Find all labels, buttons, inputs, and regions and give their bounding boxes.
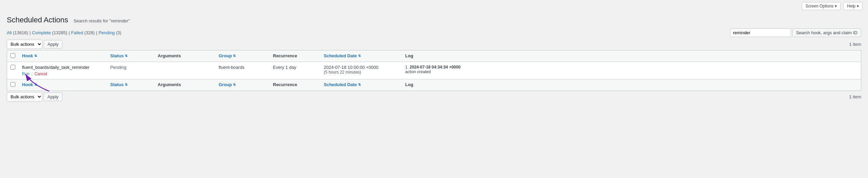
search-results-label: Search results for "reminder" [74,18,130,23]
sep-2: | [68,30,70,35]
scheduled-date-sort-link-bottom[interactable]: Scheduled Date ⇅ [324,82,361,87]
run-link[interactable]: Run [22,72,29,76]
group-sort-link-bottom[interactable]: Group ⇅ [219,82,236,87]
filter-complete[interactable]: Complete (13285) [32,30,67,35]
row-checkbox[interactable] [11,65,15,70]
log-date: 2024-07-18 04:34:34 +0000 [410,65,460,70]
filters-row: All (13616) | Complete (13285) | Failed … [7,28,861,37]
status-sort-icon: ⇅ [125,54,127,58]
hook-name: fluent_boards/daily_task_reminder [22,65,90,70]
status-value: Pending [110,65,126,70]
filter-all[interactable]: All (13616) [7,30,28,35]
log-entry: 1. 2024-07-18 04:34:34 +0000 action crea… [405,65,857,74]
th-check [7,51,19,62]
row-arguments [154,62,215,79]
row-hook: fluent_boards/daily_task_reminder Run | … [19,62,107,79]
recurrence-value: Every 1 day [273,65,296,70]
row-group: fluent-boards [215,62,270,79]
page-title: Scheduled Actions [7,16,68,24]
hook-sort-link-bottom[interactable]: Hook ⇅ [22,82,37,87]
page-container: Scheduled Actions Search results for "re… [0,12,868,108]
row-status: Pending [107,62,154,79]
th-scheduled-date: Scheduled Date ⇅ [320,51,402,62]
bottom-apply-button[interactable]: Apply [44,93,62,101]
table-header-row: Hook ⇅ Status ⇅ Arguments Group [7,51,861,62]
th-group: Group ⇅ [215,51,270,62]
hook-sort-link[interactable]: Hook ⇅ [22,53,37,58]
th-hook-bottom: Hook ⇅ [19,79,107,91]
th-scheduled-date-bottom: Scheduled Date ⇅ [320,79,402,91]
th-status: Status ⇅ [107,51,154,62]
help-button[interactable]: Help ▾ [843,2,863,10]
th-recurrence: Recurrence [270,51,320,62]
top-apply-button[interactable]: Apply [44,40,62,48]
top-bulk-select[interactable]: Bulk actions [7,40,42,49]
top-bulk-left: Bulk actions Apply [7,40,62,49]
row-scheduled-date: 2024-07-18 10:00:00 +0000 (5 hours 22 mi… [320,62,402,79]
th-hook: Hook ⇅ [19,51,107,62]
group-value: fluent-boards [219,65,244,70]
page-header: Scheduled Actions Search results for "re… [7,16,861,24]
search-box: Search hook, args and claim ID [730,28,861,37]
scheduled-date-sort-link[interactable]: Scheduled Date ⇅ [324,53,361,58]
group-sort-icon: ⇅ [233,54,236,58]
row-recurrence: Every 1 day [270,62,320,79]
group-sort-icon-bottom: ⇅ [233,83,236,86]
th-arguments-bottom: Arguments [154,79,215,91]
search-button[interactable]: Search hook, args and claim ID [792,28,861,37]
screen-options-arrow-icon: ▾ [835,4,837,8]
th-log-bottom: Log [402,79,861,91]
scheduled-date-main: 2024-07-18 10:00:00 +0000 [324,65,398,70]
scheduled-date-sort-icon: ⇅ [358,54,361,58]
th-arguments: Arguments [154,51,215,62]
th-check-bottom [7,79,19,91]
top-bar: Screen Options ▾ Help ▾ [0,0,868,12]
filter-links: All (13616) | Complete (13285) | Failed … [7,30,123,35]
th-status-bottom: Status ⇅ [107,79,154,91]
group-sort-link[interactable]: Group ⇅ [219,53,236,58]
status-sort-link-bottom[interactable]: Status ⇅ [110,82,127,87]
screen-options-label: Screen Options [806,4,834,8]
bottom-item-count: 1 item [849,94,861,99]
hook-sort-icon-bottom: ⇅ [34,83,37,86]
action-sep: | [32,71,34,76]
row-actions: Run | Cancel [22,71,103,76]
hook-sort-icon: ⇅ [34,54,37,58]
status-sort-link[interactable]: Status ⇅ [110,53,127,58]
filter-failed[interactable]: Failed (328) [71,30,95,35]
actions-table: Hook ⇅ Status ⇅ Arguments Group [7,50,861,91]
row-check [7,62,19,79]
help-label: Help [847,4,855,8]
bottom-bulk-select[interactable]: Bulk actions [7,92,42,101]
scheduled-date-sub: (5 hours 22 minutes) [324,70,398,75]
hook-cell-wrapper: fluent_boards/daily_task_reminder Run | … [22,65,103,76]
select-all-checkbox-top[interactable] [11,53,15,58]
search-input[interactable] [730,28,791,37]
th-recurrence-bottom: Recurrence [270,79,320,91]
help-arrow-icon: ▾ [857,4,859,8]
select-all-checkbox-bottom[interactable] [11,82,15,87]
table-footer-row: Hook ⇅ Status ⇅ Arguments Group [7,79,861,91]
bottom-bulk-row: Bulk actions Apply 1 item [7,92,861,101]
th-log: Log [402,51,861,62]
log-message: action created [405,70,431,74]
row-log: 1. 2024-07-18 04:34:34 +0000 action crea… [402,62,861,79]
scheduled-date-sort-icon-bottom: ⇅ [358,83,361,86]
table-row: fluent_boards/daily_task_reminder Run | … [7,62,861,79]
filter-pending[interactable]: Pending (3) [99,30,121,35]
sep-3: | [96,30,97,35]
bottom-bulk-left: Bulk actions Apply [7,92,62,101]
top-item-count: 1 item [849,42,861,47]
status-sort-icon-bottom: ⇅ [125,83,127,86]
top-bulk-row: Bulk actions Apply 1 item [7,40,861,49]
sep-1: | [29,30,31,35]
screen-options-button[interactable]: Screen Options ▾ [802,2,841,10]
cancel-link[interactable]: Cancel [35,72,47,76]
th-group-bottom: Group ⇅ [215,79,270,91]
